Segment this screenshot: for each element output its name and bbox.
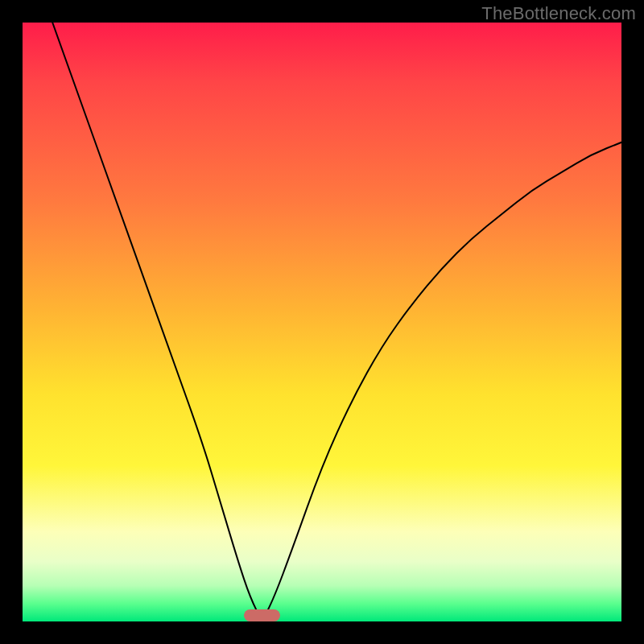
chart-plot-area (23, 23, 621, 621)
bottleneck-curve (23, 23, 621, 621)
watermark-text: TheBottleneck.com (481, 3, 636, 24)
chart-frame: TheBottleneck.com (0, 0, 644, 644)
optimum-marker (244, 609, 280, 621)
